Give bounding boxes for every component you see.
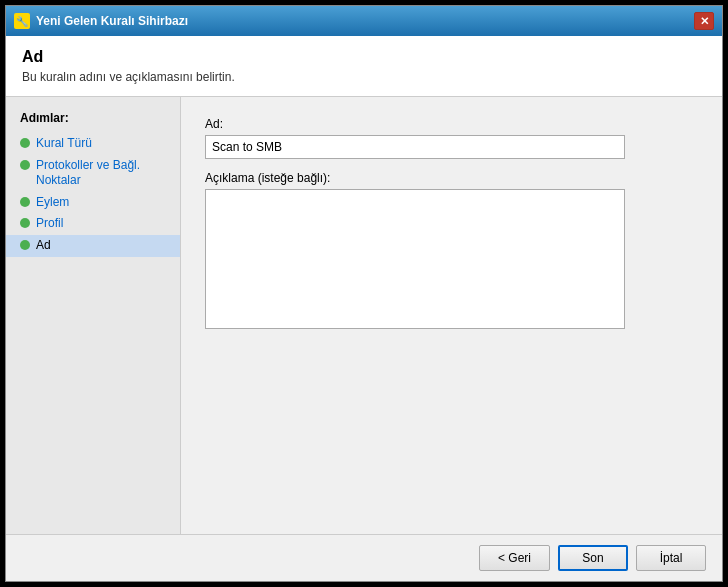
name-input[interactable] [205, 135, 625, 159]
step-dot-3 [20, 197, 30, 207]
content-area: Ad: Açıklama (isteğe bağlı): [181, 97, 722, 534]
name-form-group: Ad: [205, 117, 698, 159]
sidebar-label-kural-turu: Kural Türü [36, 136, 92, 152]
main-area: Adımlar: Kural Türü Protokoller ve Bağl.… [6, 97, 722, 534]
sidebar-label-ad: Ad [36, 238, 51, 254]
main-window: 🔧 Yeni Gelen Kuralı Sihirbazı ✕ Ad Bu ku… [5, 5, 723, 582]
window-icon: 🔧 [14, 13, 30, 29]
window-content: Ad Bu kuralın adını ve açıklamasını beli… [6, 36, 722, 581]
title-bar: 🔧 Yeni Gelen Kuralı Sihirbazı ✕ [6, 6, 722, 36]
header-area: Ad Bu kuralın adını ve açıklamasını beli… [6, 36, 722, 97]
step-dot-4 [20, 218, 30, 228]
sidebar-item-protokoller[interactable]: Protokoller ve Bağl. Noktalar [6, 155, 180, 192]
step-dot-2 [20, 160, 30, 170]
sidebar-label-eylem: Eylem [36, 195, 69, 211]
cancel-button[interactable]: İptal [636, 545, 706, 571]
close-button[interactable]: ✕ [694, 12, 714, 30]
back-button[interactable]: < Geri [479, 545, 550, 571]
sidebar-header: Adımlar: [6, 107, 180, 133]
desc-textarea[interactable] [205, 189, 625, 329]
desc-form-group: Açıklama (isteğe bağlı): [205, 171, 698, 329]
step-dot-5 [20, 240, 30, 250]
sidebar-label-protokoller: Protokoller ve Bağl. Noktalar [36, 158, 166, 189]
sidebar-item-kural-turu[interactable]: Kural Türü [6, 133, 180, 155]
page-title: Ad [22, 48, 706, 66]
page-description: Bu kuralın adını ve açıklamasını belirti… [22, 70, 706, 84]
step-dot-1 [20, 138, 30, 148]
sidebar-item-profil[interactable]: Profil [6, 213, 180, 235]
footer-area: < Geri Son İptal [6, 534, 722, 581]
sidebar-item-ad[interactable]: Ad [6, 235, 180, 257]
name-label: Ad: [205, 117, 698, 131]
window-title: Yeni Gelen Kuralı Sihirbazı [36, 14, 188, 28]
sidebar-label-profil: Profil [36, 216, 63, 232]
finish-button[interactable]: Son [558, 545, 628, 571]
sidebar: Adımlar: Kural Türü Protokoller ve Bağl.… [6, 97, 181, 534]
sidebar-item-eylem[interactable]: Eylem [6, 192, 180, 214]
desc-label: Açıklama (isteğe bağlı): [205, 171, 698, 185]
